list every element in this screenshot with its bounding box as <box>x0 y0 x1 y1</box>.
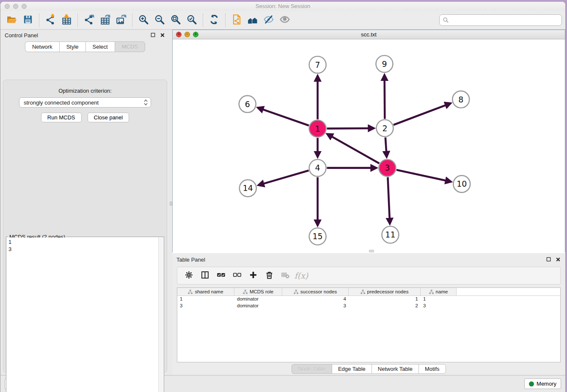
memory-button[interactable]: Memory <box>524 378 561 389</box>
column-header-successor-nodes[interactable]: successor nodes <box>282 288 349 295</box>
table-cell[interactable]: 3 <box>177 303 234 309</box>
save-session-button[interactable] <box>20 13 36 28</box>
tab-network[interactable]: Network <box>25 41 59 52</box>
graph-node-14[interactable]: 14 <box>239 180 256 197</box>
table-cell[interactable]: dominator <box>234 296 282 303</box>
application-window: Session: New Session Control Panel Netwo… <box>0 1 566 392</box>
graph-edge-3-11[interactable] <box>388 177 390 224</box>
export-table-icon <box>99 14 110 26</box>
graph-node-label: 7 <box>315 60 320 69</box>
toggle-panel-mode-button[interactable] <box>198 268 212 283</box>
graph-node-4[interactable]: 4 <box>309 160 326 177</box>
zoom-in-button[interactable] <box>135 13 151 28</box>
graph-node-7[interactable]: 7 <box>309 56 326 73</box>
zoom-fit-button[interactable] <box>168 13 184 28</box>
delete-columns-button[interactable] <box>262 268 276 283</box>
zoom-out-icon <box>154 14 165 26</box>
graph-edge-3-10[interactable] <box>396 170 451 182</box>
import-table-button[interactable] <box>58 13 74 28</box>
column-header-MCDS-role[interactable]: MCDS role <box>234 288 282 295</box>
graph-edge-4-14[interactable] <box>259 171 309 185</box>
selected-option-label: strongly connected component <box>24 99 143 106</box>
export-table-button[interactable] <box>97 13 113 28</box>
export-image-button[interactable] <box>113 13 129 28</box>
table-cell[interactable]: 1 <box>177 296 234 303</box>
column-header-shared-name[interactable]: shared name <box>177 288 234 295</box>
graph-edge-1-6[interactable] <box>258 108 309 125</box>
apply-layout-button[interactable] <box>206 13 222 28</box>
graph-node-1[interactable]: 1 <box>309 120 326 137</box>
hide-selected-button[interactable] <box>261 13 277 28</box>
graph-edge-2-3[interactable] <box>385 138 387 157</box>
run-mcds-button[interactable]: Run MCDS <box>41 113 82 122</box>
control-panel-float-icon[interactable] <box>150 32 156 39</box>
table-panel-header: Table Panel <box>172 254 565 265</box>
window-minimize-button[interactable] <box>13 4 18 9</box>
import-network-button[interactable] <box>42 13 58 28</box>
delete-table-icon <box>281 271 290 281</box>
optimization-criterion-select[interactable]: strongly connected component <box>19 97 151 108</box>
tab-network-table[interactable]: Network Table <box>372 364 418 374</box>
network-window-grip[interactable] <box>369 250 374 252</box>
graph-node-label: 1 <box>315 124 320 133</box>
tab-mcds[interactable]: MCDS <box>115 41 145 52</box>
export-network-button[interactable] <box>81 13 97 28</box>
network-minimize-button[interactable]: − <box>184 32 190 37</box>
show-all-button[interactable] <box>277 13 293 28</box>
network-close-button[interactable]: × <box>176 32 182 37</box>
graph-node-9[interactable]: 9 <box>376 55 393 72</box>
graph-edge-3-1[interactable] <box>327 134 379 163</box>
table-cell[interactable]: 3 <box>282 303 349 309</box>
window-zoom-button[interactable] <box>22 4 27 9</box>
table-panel-close-icon[interactable] <box>555 257 561 263</box>
table-row[interactable]: 1dominator411 <box>177 296 560 303</box>
search-input[interactable] <box>439 14 562 26</box>
graph-node-10[interactable]: 10 <box>453 176 470 193</box>
tab-select[interactable]: Select <box>85 41 115 52</box>
import-network-icon <box>45 14 56 26</box>
select-all-button[interactable] <box>214 268 228 283</box>
tab-node-table[interactable]: Node Table <box>292 364 332 374</box>
window-close-button[interactable] <box>5 4 10 9</box>
tab-style[interactable]: Style <box>59 41 85 52</box>
column-header-name[interactable]: name <box>421 288 457 295</box>
table-row[interactable]: 3dominator323 <box>177 303 560 309</box>
graph-node-2[interactable]: 2 <box>376 120 393 137</box>
mcds-result-scrollbar[interactable] <box>158 237 163 392</box>
search-icon <box>443 17 449 23</box>
graph-node-8[interactable]: 8 <box>452 91 469 108</box>
column-header-predecessor-nodes[interactable]: predecessor nodes <box>349 288 421 295</box>
table-settings-button[interactable] <box>182 268 196 283</box>
graph-edge-2-8[interactable] <box>394 103 451 125</box>
graph-edge-1-2[interactable] <box>327 128 374 129</box>
mcds-result-text[interactable]: 13 <box>7 237 158 392</box>
table-cell[interactable]: 1 <box>349 296 421 303</box>
table-panel-float-icon[interactable] <box>545 257 552 263</box>
graph-node-11[interactable]: 11 <box>382 226 399 243</box>
table-cell[interactable]: 3 <box>421 303 457 309</box>
first-neighbors-button[interactable] <box>245 13 261 28</box>
open-file-button[interactable] <box>4 13 20 28</box>
graph-edge-2-9[interactable] <box>385 75 385 119</box>
table-cell[interactable]: 4 <box>282 296 349 303</box>
deselect-all-button[interactable] <box>230 268 244 283</box>
zoom-selected-button[interactable] <box>184 13 200 28</box>
network-zoom-button[interactable]: + <box>193 32 198 37</box>
control-panel-close-icon[interactable] <box>159 32 165 39</box>
table-cell[interactable]: 1 <box>421 296 457 303</box>
graph-node-3[interactable]: 3 <box>379 160 396 177</box>
table-panel: Table Panel f(x) shared nameMCDS rolesuc… <box>172 254 565 375</box>
tab-motifs[interactable]: Motifs <box>418 364 446 374</box>
toolbar-separator <box>77 14 78 27</box>
new-network-from-selection-button[interactable] <box>228 13 245 28</box>
graph-node-6[interactable]: 6 <box>239 96 256 113</box>
tab-edge-table[interactable]: Edge Table <box>332 364 372 374</box>
close-panel-button[interactable]: Close panel <box>88 113 129 122</box>
add-column-button[interactable] <box>246 268 260 283</box>
graph-node-15[interactable]: 15 <box>309 228 326 245</box>
table-cell[interactable]: dominator <box>234 303 282 309</box>
zoom-out-button[interactable] <box>151 13 168 28</box>
column-header-label: successor nodes <box>300 289 337 294</box>
table-cell[interactable]: 2 <box>349 303 421 309</box>
network-canvas[interactable]: 7968124314101511 <box>173 39 565 253</box>
